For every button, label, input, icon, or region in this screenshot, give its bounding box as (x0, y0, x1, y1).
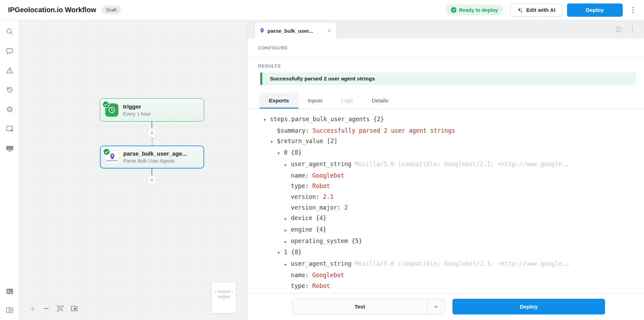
tree-row: ▾$return_value [2] (248, 136, 644, 147)
panel-tabbar: parse_bulk_user... × (248, 20, 644, 38)
step-tab[interactable]: parse_bulk_user... × (255, 22, 336, 39)
check-circle-icon (102, 101, 110, 110)
draft-badge: Draft (102, 6, 121, 14)
trigger-node-title: trigger (123, 103, 150, 110)
chevron-down-icon (434, 304, 439, 309)
tree-key: version: (291, 193, 319, 200)
tree-row: ▾1 {8} (248, 247, 644, 258)
check-circle-icon (451, 7, 457, 13)
tree-key: 0 {8} (284, 149, 302, 156)
left-toolbar: ⚙ (0, 20, 19, 320)
close-tab-icon[interactable]: × (327, 28, 331, 34)
collapse-arrow-icon[interactable]: ▾ (264, 115, 270, 125)
tree-value: Googlebot (309, 272, 344, 279)
banner-message: Successfully parsed 2 user agent strings (262, 76, 375, 82)
warning-triangle-icon[interactable] (6, 66, 14, 75)
toggle-minimap-button[interactable] (70, 304, 78, 313)
comment-icon[interactable] (6, 47, 14, 55)
tree-row: ▸user_agent_string Mozilla/5.0 (compatib… (248, 258, 644, 270)
tree-value: Googlebot (309, 172, 344, 179)
tree-key: user_agent_string (291, 161, 351, 167)
trigger-node-subtitle: Every 1 hour (123, 111, 150, 117)
toolbar-top-icons: ⚙ (0, 27, 19, 153)
expand-arrow-icon[interactable]: ▸ (285, 213, 291, 224)
connector-line (152, 122, 152, 128)
split-view-icon[interactable] (615, 26, 622, 33)
edit-with-ai-button[interactable]: Edit with AI (510, 3, 562, 17)
tree-row: ▸operating_system {5} (248, 236, 644, 247)
page-title: IPGeolocation.io Workflow (8, 6, 96, 14)
panel-footer: Test Deploy (248, 293, 644, 320)
tree-row: type: Robot (248, 181, 644, 192)
result-tab-exports[interactable]: Exports (259, 93, 298, 109)
collapse-arrow-icon[interactable]: ▾ (278, 248, 284, 258)
zoom-out-button[interactable]: − (42, 304, 51, 313)
test-options-dropdown[interactable] (427, 299, 444, 314)
search-icon[interactable] (6, 27, 14, 36)
history-icon[interactable] (6, 86, 14, 94)
tree-key: type: (291, 182, 309, 189)
test-button[interactable]: Test (293, 299, 427, 314)
ipgeolocation-pin-icon: ipgeolocation (106, 150, 119, 164)
terminal-icon[interactable] (6, 287, 14, 296)
sparkles-icon (517, 7, 523, 13)
zoom-in-button[interactable]: + (28, 304, 37, 313)
exports-tree: ▾steps.parse_bulk_user_agents {2}$summar… (248, 114, 644, 293)
tree-row: version: 2.1 (248, 192, 644, 202)
results-section-header[interactable]: RESULTS (258, 63, 281, 69)
footer-deploy-button[interactable]: Deploy (452, 299, 605, 314)
check-circle-icon (103, 148, 110, 157)
inspector-panel: parse_bulk_user... × CONFIGURE RESULTS S… (247, 20, 644, 320)
tree-row: name: Googlebot (248, 270, 644, 281)
tree-value: Mozilla/5.0 (compatible; Googlebot/2.1; … (351, 161, 569, 167)
header-deploy-button[interactable]: Deploy (567, 3, 623, 17)
kebab-menu-icon[interactable] (630, 5, 637, 15)
tree-row: ▸device {4} (248, 213, 644, 224)
tree-key: type: (291, 282, 309, 289)
collapse-arrow-icon[interactable]: ▾ (271, 136, 277, 147)
tree-key: 1 {8} (284, 249, 302, 256)
settings-gear-icon[interactable]: ⚙ (6, 105, 14, 114)
docs-icon[interactable] (6, 306, 14, 314)
result-tab-inputs[interactable]: Inputs (298, 93, 332, 109)
parse-node-subtitle: Parse Bulk User Agents (123, 158, 187, 164)
tree-key: operating_system {5} (291, 237, 362, 244)
keyboard-icon[interactable] (6, 144, 14, 153)
collapse-arrow-icon[interactable]: ▾ (278, 148, 284, 159)
tree-value: Robot (309, 282, 330, 289)
connector-line (152, 169, 152, 175)
expand-arrow-icon[interactable]: ▸ (285, 159, 291, 170)
configure-label: CONFIGURE (258, 45, 288, 50)
canvas-minimap[interactable] (212, 282, 236, 313)
tree-value: 2.1 (319, 193, 334, 200)
toolbar-bottom-icons (0, 287, 19, 314)
configure-section-header[interactable]: CONFIGURE (248, 38, 644, 58)
parse-bulk-user-agents-node[interactable]: ipgeolocation parse_bulk_user_age... Par… (100, 146, 204, 169)
edit-with-ai-label: Edit with AI (526, 7, 556, 13)
tree-value: Successfully parsed 2 user agent strings (309, 127, 455, 134)
trigger-node[interactable]: trigger Every 1 hour (100, 98, 204, 122)
tree-row: ▸user_agent_string Mozilla/5.0 (compatib… (248, 159, 644, 170)
success-banner: Successfully parsed 2 user agent strings (260, 72, 636, 85)
results-label: RESULTS (258, 63, 281, 69)
panel-kebab-menu-icon[interactable] (629, 24, 636, 34)
tree-key: steps.parse_bulk_user_agents {2} (270, 116, 384, 123)
expand-arrow-icon[interactable]: ▸ (285, 225, 291, 236)
result-tab-logs[interactable]: Logs (332, 93, 363, 109)
tree-value: Mozilla/5.0 (compatible; Googlebot/2.1; … (351, 260, 569, 267)
expand-arrow-icon[interactable]: ▸ (285, 259, 291, 270)
connector-dashed-line (152, 138, 153, 146)
add-step-button[interactable]: + (147, 128, 157, 138)
zoom-to-fit-button[interactable] (56, 304, 64, 313)
tree-row: ▾steps.parse_bulk_user_agents {2} (248, 114, 644, 125)
workflow-canvas[interactable]: trigger Every 1 hour + ipgeolocation par… (19, 20, 247, 320)
add-step-button[interactable]: + (147, 175, 157, 185)
window-settings-icon[interactable] (6, 125, 14, 133)
ready-badge-label: Ready to deploy (459, 7, 498, 13)
tree-key: user_agent_string (291, 260, 351, 267)
expand-arrow-icon[interactable]: ▸ (285, 236, 291, 247)
tree-key: engine {4} (291, 226, 326, 233)
result-tab-details[interactable]: Details (363, 93, 398, 109)
tree-key: device {4} (291, 214, 326, 221)
tree-key: name: (291, 272, 309, 279)
